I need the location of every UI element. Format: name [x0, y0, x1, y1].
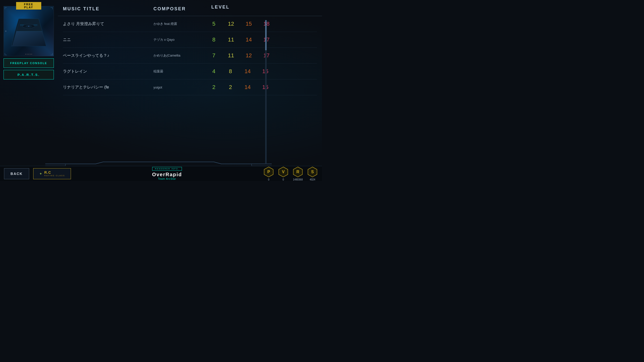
badge-letter-p: P — [267, 170, 270, 174]
badge-s: S 4024 — [307, 166, 318, 181]
column-music-title: MUSIC TITLE — [63, 6, 153, 12]
level-normal-4: 8 — [228, 68, 233, 75]
side-dot-left — [5, 30, 7, 32]
song-levels-3: 7 11 12 17 — [211, 52, 317, 59]
parts-button[interactable]: P.A.R.T.S. — [4, 70, 54, 79]
level-easy-2: 8 — [211, 36, 216, 43]
level-easy-3: 7 — [211, 52, 216, 59]
svg-point-8 — [28, 26, 29, 27]
song-list: よさり 月蛍澄み昇りて かゆき feat.燈露 5 12 15 18 ニニ テヅ… — [58, 16, 322, 95]
level-hard-2: 14 — [246, 36, 252, 43]
level-normal-3: 11 — [228, 52, 234, 59]
song-title-5: リナリアとテレパシー (fe — [63, 85, 153, 90]
badge-hex-p: P — [263, 166, 274, 177]
level-color-indicators — [211, 11, 322, 13]
badges-container: P 0 V 0 R 1480368 — [263, 166, 318, 181]
column-level: LEVEL — [211, 5, 322, 13]
table-header: MUSIC TITLE COMPOSER LEVEL — [58, 0, 322, 16]
badge-count-s: 4024 — [310, 178, 315, 181]
song-title-2: ニニ — [63, 37, 153, 42]
level-hard-5: 14 — [245, 84, 251, 90]
level-normal-2: 11 — [228, 36, 234, 43]
badge-count-r: 1480368 — [293, 178, 303, 181]
scrollbar-thumb[interactable] — [265, 20, 267, 50]
left-panel: FREE PLAY — [4, 3, 54, 79]
badge-hex-s: S — [307, 166, 318, 177]
song-levels-5: 2 2 14 15 — [211, 84, 317, 90]
rc-label: R.C — [44, 170, 51, 174]
song-title-1: よさり 月蛍澄み昇りて — [63, 21, 153, 27]
bottom-bar: BACK ✦ R.C RATING CLASS RENDERER INFO. O… — [0, 166, 322, 181]
level-hard-4: 14 — [245, 68, 251, 75]
rc-sublabel: RATING CLASS — [44, 174, 65, 177]
badge-letter-s: S — [311, 170, 314, 174]
badge-count-p: 0 — [268, 178, 269, 181]
song-levels-4: 4 8 14 15 — [211, 68, 317, 75]
freeplay-console-button[interactable]: FREEPLAY CONSOLE — [4, 58, 54, 68]
main-content: MUSIC TITLE COMPOSER LEVEL よさり 月蛍澄み昇りて か… — [58, 0, 322, 166]
center-logo: RENDERER INFO. OverRapid Team ArcStar — [75, 167, 259, 180]
song-composer-2: テヅカ x Qayo — [153, 37, 211, 42]
song-row-3[interactable]: ベースラインやってる？♪ かめりあ(Camellia 7 11 12 17 — [63, 48, 317, 64]
rc-icon: ✦ — [39, 172, 42, 176]
level-normal-5: 2 — [228, 84, 233, 90]
game-title: OverRapid — [152, 172, 182, 177]
level-easy-5: 2 — [211, 84, 216, 90]
scrollbar-track[interactable] — [265, 20, 267, 163]
turntable-svg — [6, 11, 51, 54]
level-hard-3: 12 — [246, 52, 252, 59]
corner-tr — [51, 7, 53, 9]
song-composer-4: 稲葉曇 — [153, 69, 211, 74]
corner-tl — [5, 7, 7, 9]
album-art — [4, 6, 54, 56]
badge-r: R 1480368 — [292, 166, 303, 181]
renderer-badge: RENDERER INFO. — [152, 167, 182, 171]
turntable-visual — [6, 11, 51, 54]
frame-dots-bottom — [25, 54, 32, 55]
rating-class-button[interactable]: ✦ R.C RATING CLASS — [33, 168, 71, 179]
level-hard-1: 15 — [246, 21, 252, 27]
level-easy-1: 5 — [211, 21, 216, 27]
level-easy-4: 4 — [211, 68, 216, 75]
badge-v: V 0 — [278, 166, 289, 181]
song-row-2[interactable]: ニニ テヅカ x Qayo 8 11 14 17 — [63, 32, 317, 48]
badge-count-v: 0 — [283, 178, 284, 181]
rc-text: R.C RATING CLASS — [44, 170, 65, 177]
svg-marker-0 — [11, 31, 46, 46]
back-button[interactable]: BACK — [4, 168, 29, 179]
song-row-5[interactable]: リナリアとテレパシー (fe yuigot 2 2 14 15 — [63, 79, 317, 95]
song-row-4[interactable]: ラグトレイン 稲葉曇 4 8 14 15 — [63, 64, 317, 79]
song-levels-1: 5 12 15 18 — [211, 21, 317, 27]
song-row-1[interactable]: よさり 月蛍澄み昇りて かゆき feat.燈露 5 12 15 18 — [63, 16, 317, 32]
level-normal-1: 12 — [228, 21, 234, 27]
song-title-3: ベースラインやってる？♪ — [63, 53, 153, 58]
badge-hex-r: R — [292, 166, 303, 177]
badge-letter-r: R — [296, 170, 299, 174]
song-composer-1: かゆき feat.燈露 — [153, 22, 211, 26]
free-play-label: FREE PLAY — [16, 2, 41, 10]
song-title-4: ラグトレイン — [63, 69, 153, 74]
badge-hex-v: V — [278, 166, 289, 177]
song-levels-2: 8 11 14 17 — [211, 36, 317, 43]
game-subtitle: Team ArcStar — [158, 177, 176, 180]
song-composer-5: yuigot — [153, 85, 211, 89]
badge-letter-v: V — [282, 170, 285, 174]
song-composer-3: かめりあ(Camellia — [153, 53, 211, 58]
badge-p: P 0 — [263, 166, 274, 181]
column-composer: COMPOSER — [153, 6, 211, 12]
